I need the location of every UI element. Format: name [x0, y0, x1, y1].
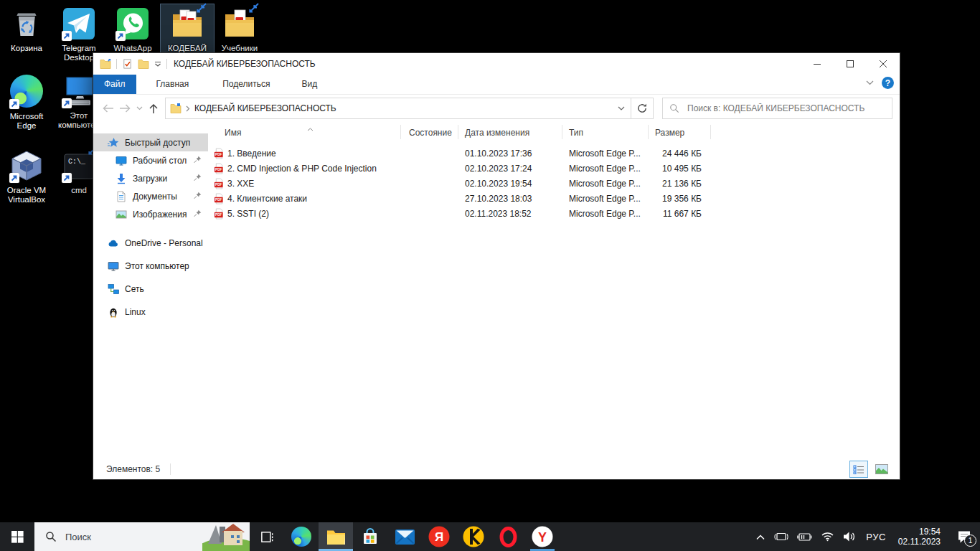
- file-row[interactable]: PDF 2. CMD Injection & PHP Code Injectio…: [208, 161, 900, 176]
- taskbar-explorer-button[interactable]: [319, 522, 353, 551]
- file-size: 21 136 КБ: [631, 179, 702, 189]
- svg-text:Я: Я: [435, 530, 443, 544]
- sidebar-item-pictures[interactable]: Изображения: [93, 205, 208, 223]
- tray-cast-display-icon[interactable]: [773, 522, 790, 551]
- taskbar-yandex-button[interactable]: Я: [422, 522, 456, 551]
- hidden-icons-chevron-icon[interactable]: [754, 522, 767, 551]
- taskbar-opera-button[interactable]: [491, 522, 525, 551]
- large-icons-view-button[interactable]: [872, 461, 891, 478]
- desktop-icon-kodebay[interactable]: КОДЕБАЙ: [161, 4, 214, 55]
- yandex-browser-icon: Y: [532, 526, 553, 547]
- sidebar-item-onedrive[interactable]: OneDrive - Personal: [93, 234, 208, 252]
- language-indicator[interactable]: РУС: [863, 532, 889, 542]
- taskbar-edge-button[interactable]: [284, 522, 319, 551]
- file-row[interactable]: PDF 5. SSTI (2) 02.11.2023 18:52 Microso…: [208, 207, 900, 222]
- notification-badge: 1: [964, 534, 976, 547]
- customize-toolbar-chevron-icon[interactable]: [154, 61, 161, 67]
- back-button[interactable]: [99, 99, 116, 118]
- sidebar-item-documents[interactable]: Документы: [93, 187, 208, 205]
- tab-view[interactable]: Вид: [291, 75, 328, 94]
- maximize-button[interactable]: [834, 53, 867, 75]
- tab-share[interactable]: Поделиться: [212, 75, 281, 94]
- onedrive-cloud-icon: [108, 237, 119, 249]
- file-row[interactable]: PDF 3. XXE 02.10.2023 19:54 Microsoft Ed…: [208, 176, 900, 192]
- taskbar-store-button[interactable]: [353, 522, 387, 551]
- tab-home[interactable]: Главная: [146, 75, 200, 94]
- column-header-name[interactable]: Имя: [225, 128, 241, 138]
- properties-icon[interactable]: [122, 58, 133, 70]
- start-button[interactable]: [0, 522, 34, 551]
- breadcrumb[interactable]: КОДЕБАЙ КИБЕРБЕЗОПАСНОСТЬ: [166, 103, 612, 113]
- network-icon: [108, 283, 119, 295]
- recycle-bin-icon: [9, 6, 44, 41]
- desktop-icon-uchebniki[interactable]: Учебники: [213, 4, 266, 55]
- sidebar-item-quick-access[interactable]: Быстрый доступ: [93, 133, 208, 151]
- desktop-icon-whatsapp[interactable]: WhatsApp: [106, 4, 159, 55]
- taskbar-search-box[interactable]: [34, 522, 250, 551]
- help-icon[interactable]: ?: [882, 77, 894, 89]
- taskbar-search-input[interactable]: [64, 531, 167, 543]
- action-center-button[interactable]: 1: [950, 522, 979, 551]
- separator: [170, 463, 171, 475]
- expand-ribbon-chevron-icon[interactable]: [866, 80, 874, 85]
- file-explorer-icon: [326, 529, 346, 545]
- file-name: 4. Клиентские атаки: [227, 194, 307, 204]
- details-view-button[interactable]: [849, 461, 868, 478]
- pin-icon[interactable]: [194, 209, 202, 217]
- desktop-icon-edge[interactable]: Microsoft Edge: [0, 72, 53, 132]
- refresh-button[interactable]: [631, 98, 654, 119]
- sidebar-item-desktop[interactable]: Рабочий стол: [93, 151, 208, 169]
- taskbar-kinopoisk-button[interactable]: [456, 522, 491, 551]
- battery-icon[interactable]: [796, 522, 814, 551]
- window-controls: [801, 53, 900, 75]
- column-header-type[interactable]: Тип: [569, 128, 583, 138]
- breadcrumb-path[interactable]: КОДЕБАЙ КИБЕРБЕЗОПАСНОСТЬ: [194, 103, 336, 113]
- explorer-search-input[interactable]: [686, 103, 885, 114]
- file-type: Microsoft Edge P...: [569, 179, 641, 189]
- desktop-icon-label: КОДЕБАЙ: [161, 44, 214, 53]
- desktop-icon-label: Корзина: [0, 44, 53, 53]
- file-row[interactable]: PDF 4. Клиентские атаки 27.10.2023 18:03…: [208, 192, 900, 207]
- minimize-button[interactable]: [801, 53, 834, 75]
- desktop-icon-virtualbox[interactable]: Oracle VM VirtualBox: [0, 146, 53, 206]
- taskbar-task-view-button[interactable]: [250, 522, 284, 551]
- pin-icon[interactable]: [194, 192, 202, 199]
- pdf-file-icon: PDF: [214, 208, 225, 220]
- items-count: Элементов: 5: [106, 464, 160, 474]
- sort-ascending-chevron-icon[interactable]: [307, 128, 314, 131]
- separator: [116, 59, 117, 69]
- up-button[interactable]: [145, 99, 162, 118]
- column-header-status[interactable]: Состояние: [409, 128, 452, 138]
- wifi-icon[interactable]: [819, 522, 836, 551]
- taskbar-yandex-browser-button[interactable]: Y: [525, 522, 560, 551]
- tab-file[interactable]: Файл: [93, 75, 136, 94]
- file-modified: 27.10.2023 18:03: [465, 194, 532, 204]
- taskbar-mail-button[interactable]: [387, 522, 422, 551]
- explorer-search-box[interactable]: [662, 98, 892, 119]
- file-row[interactable]: PDF 1. Введение 01.10.2023 17:36 Microso…: [208, 146, 900, 161]
- sidebar-item-label: Рабочий стол: [133, 156, 187, 166]
- sidebar-item-network[interactable]: Сеть: [93, 280, 208, 298]
- address-dropdown-chevron-icon[interactable]: [612, 98, 631, 118]
- taskbar-clock[interactable]: 19:54 02.11.2023: [898, 527, 941, 547]
- sidebar-item-downloads[interactable]: Загрузки: [93, 169, 208, 187]
- sidebar-item-this-pc[interactable]: Этот компьютер: [93, 257, 208, 275]
- volume-icon[interactable]: [842, 522, 857, 551]
- recent-locations-chevron-icon[interactable]: [133, 99, 145, 118]
- search-highlight-image[interactable]: [202, 522, 250, 551]
- view-toggles: [849, 461, 891, 478]
- forward-button[interactable]: [116, 99, 133, 118]
- shortcut-arrow-icon: [62, 173, 72, 183]
- pin-icon[interactable]: [194, 174, 202, 182]
- close-button[interactable]: [867, 53, 900, 75]
- desktop-icon-recycle-bin[interactable]: Корзина: [0, 4, 53, 55]
- column-header-modified[interactable]: Дата изменения: [465, 128, 529, 138]
- address-bar[interactable]: КОДЕБАЙ КИБЕРБЕЗОПАСНОСТЬ: [165, 98, 631, 119]
- pdf-file-icon: PDF: [214, 163, 225, 174]
- pin-icon[interactable]: [194, 156, 202, 164]
- this-pc-monitor-icon: [108, 260, 119, 272]
- new-folder-icon[interactable]: [138, 59, 149, 69]
- column-header-size[interactable]: Размер: [655, 128, 684, 138]
- sidebar-item-linux[interactable]: Linux: [93, 303, 208, 321]
- pdf-file-icon: PDF: [214, 148, 225, 159]
